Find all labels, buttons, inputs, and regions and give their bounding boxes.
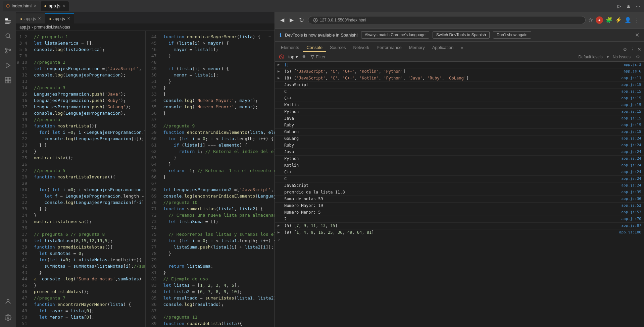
console-link[interactable]: app.js:24 [614,156,641,161]
console-link[interactable]: app.js:24 [614,163,641,167]
console-link[interactable]: app.js:24 [614,136,641,141]
sidebar-icon-settings[interactable] [1,311,15,324]
sidebar-icon-search[interactable] [1,29,15,43]
console-link[interactable]: app.js:11 [614,76,641,80]
top-label: top [288,54,294,59]
editor-tab-label-left: app.js [24,16,36,21]
user-profile-btn[interactable]: 👤 [625,17,631,23]
tab-index-html[interactable]: ⬡ index.html ✕ [3,1,40,11]
breadcrumb-file[interactable]: app.js [19,25,30,30]
editor-tab-close-left[interactable]: ✕ [38,16,41,21]
editor-tab-appjs-right[interactable]: ● app.js ✕ [45,13,74,23]
console-link[interactable]: app.js:35 [614,190,641,194]
profile-button[interactable]: ● [596,16,603,24]
console-link[interactable]: app.js:52 [614,203,641,208]
console-link[interactable]: app.js:70 [614,217,641,221]
dt-tab-memory[interactable]: Memory [406,44,428,52]
editor-tab-close-right[interactable]: ✕ [67,16,70,21]
top-selector[interactable]: top ▾ [288,54,298,59]
console-link[interactable]: app.js:53 [614,210,641,214]
editor-tab-label-right: app.js [53,16,65,21]
console-link[interactable]: app.js:24 [614,150,641,154]
console-link[interactable]: app.js:36 [614,197,641,201]
tab-close-index[interactable]: ✕ [34,4,37,8]
address-bar[interactable]: 127.0.0.1:5500/index.html [308,16,586,24]
sidebar-icon-git[interactable] [1,44,15,57]
dt-tab-more[interactable]: » [457,44,466,52]
dt-tab-performance[interactable]: Performance [373,44,405,52]
console-link[interactable]: app.js:15 [614,116,641,120]
refresh-button[interactable]: ↻ [298,15,305,25]
console-row: JavaScript app.js:15 [275,82,644,89]
tab-appjs[interactable]: ● app.js ✕ [41,1,69,11]
console-link[interactable]: app.js:24 [614,170,641,174]
layout-button[interactable]: ⊞ [625,3,632,9]
dt-tab-network[interactable]: Network [350,44,373,52]
console-input[interactable] [283,237,641,241]
console-link[interactable]: app.js:15 [614,109,641,114]
clear-console-btn[interactable]: 🚫 [278,54,286,60]
bookmark-button[interactable]: ☆ [588,17,593,23]
notification-icon: ℹ [280,32,282,38]
console-link[interactable]: app.js:15 [614,83,641,87]
line-numbers-right: 44 45 46 47 48 49 50 51 52 53 54 55 56 5… [146,31,161,327]
chrome-menu-btn[interactable]: ⋮ [634,16,640,24]
console-link[interactable]: app.js:24 [614,143,641,147]
eye-icon-btn[interactable]: 👁 [301,54,308,60]
expand-arrow[interactable]: ▶ [278,230,282,234]
extension-btn1[interactable]: 🧩 [606,17,612,23]
console-link[interactable]: app.js:15 [614,103,641,107]
back-button[interactable]: ◀ [279,15,286,24]
console-link[interactable]: app.js:15 [614,96,641,100]
dt-settings-icon[interactable]: ⚙ [623,47,627,52]
always-match-btn[interactable]: Always match Chrome's language [361,31,429,39]
svg-point-7 [6,52,7,53]
sidebar-icon-account[interactable] [1,295,15,308]
tab-close-appjs[interactable]: ✕ [62,4,65,8]
console-link[interactable]: app.js:100 [612,230,641,234]
line-numbers-left: 1 2 3 4 5 6 7 8 9 10 11 12 13 14 15 16 1… [16,31,31,327]
notification-close-btn[interactable]: ✕ [635,32,639,38]
console-link[interactable]: app.js:24 [614,176,641,181]
console-value: C++ [284,96,614,101]
url-text: 127.0.0.1:5500/index.html [320,18,366,22]
console-link[interactable]: app.js:15 [614,89,641,94]
devtools-tabs: Elements Console Sources Network Perform… [275,42,644,52]
console-link[interactable]: app.js:24 [614,183,641,187]
dt-tab-application[interactable]: Application [429,44,457,52]
devtools-notification: ℹ DevTools is now available in Spanish! … [275,29,644,42]
console-link[interactable]: app.js:15 [614,123,641,127]
breadcrumb: app.js › promedioListaNotas [16,23,275,31]
console-output[interactable]: ▶ [] app.js:3 ▶ (5) ['JavaScript', 'C', … [275,62,644,327]
console-input-row: › [275,236,644,243]
sidebar-icon-debug[interactable] [1,59,15,72]
forward-button[interactable]: ▶ [288,15,295,24]
dt-tab-sources[interactable]: Sources [327,44,349,52]
breadcrumb-symbol[interactable]: promedioListaNotas [34,25,70,30]
run-button[interactable]: ▷ [616,3,623,9]
dont-show-again-btn[interactable]: Don't show again [493,31,531,39]
default-levels-label[interactable]: Default levels [579,55,603,59]
dt-tab-elements[interactable]: Elements [278,44,302,52]
console-link[interactable]: app.js:15 [614,129,641,134]
sidebar-icon-explorer[interactable] [1,14,15,28]
sidebar-icon-extensions[interactable] [1,73,15,87]
expand-arrow[interactable]: ▶ [278,76,282,80]
expand-arrow[interactable]: ▶ [278,69,282,73]
more-button[interactable]: ··· [635,3,641,9]
extension-btn2[interactable]: ⚡ [615,17,622,23]
console-link[interactable]: app.js:3 [617,62,641,67]
expand-arrow[interactable]: ▶ [278,62,282,67]
console-settings-btn[interactable]: ⚙ [635,54,641,60]
switch-devtools-btn[interactable]: Switch DevTools to Spanish [433,31,490,39]
topbar-actions: ▷ ⊞ ··· [616,3,641,9]
dt-more-icon[interactable]: ⋮ [630,47,635,52]
dt-close-icon[interactable]: ✕ [637,47,641,52]
code-content-right[interactable]: function encontrarMayorMenor(lista) { ⬅ … [161,31,275,327]
console-link[interactable]: app.js:6 [617,69,641,73]
dt-tab-console[interactable]: Console [303,44,326,52]
editor-tab-appjs-left[interactable]: ● app.js ✕ [16,13,45,23]
expand-arrow[interactable]: ▶ [278,223,282,228]
console-link[interactable]: app.js:87 [614,223,641,228]
code-content-left[interactable]: // pregunta 1 let listaGenerica = []; co… [31,31,145,327]
